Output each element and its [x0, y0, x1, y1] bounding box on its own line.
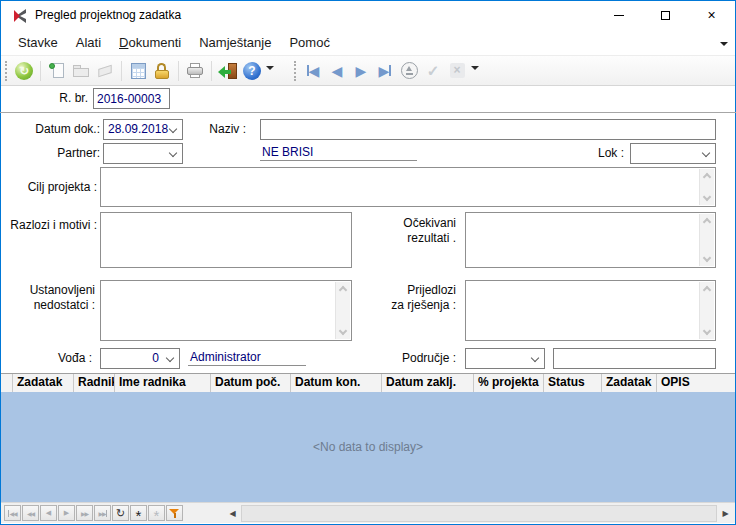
lock-button[interactable] — [150, 59, 174, 83]
column-header-radnik[interactable]: Radnik — [74, 374, 115, 392]
nav-next-icon: ▶ — [356, 63, 367, 79]
post-edit-button[interactable] — [397, 59, 421, 83]
nav-goto-bookmark-button[interactable]: * — [148, 505, 165, 521]
scroll-down-icon[interactable] — [703, 327, 711, 335]
exit-button[interactable] — [216, 59, 240, 83]
toolbar-separator — [211, 61, 212, 81]
scroll-down-icon[interactable] — [703, 254, 711, 262]
scroll-right-icon[interactable]: ▶ — [717, 505, 734, 522]
nav-filter-button[interactable] — [166, 505, 183, 521]
nav-next-button[interactable]: ▶ — [58, 505, 75, 521]
scroll-left-icon[interactable]: ◀ — [224, 505, 241, 522]
scrollbar[interactable] — [699, 214, 714, 266]
menu-namjestanje[interactable]: Namještanje — [190, 30, 280, 55]
cilj-textarea-box — [100, 167, 716, 207]
nav-prior-button[interactable]: ◀ — [40, 505, 57, 521]
chevron-down-icon[interactable] — [169, 149, 177, 157]
ocekivani-textarea[interactable] — [466, 213, 699, 267]
scroll-up-icon[interactable] — [703, 286, 711, 294]
minimize-button[interactable] — [596, 1, 642, 30]
nav-last-button[interactable]: ▶ — [373, 59, 397, 83]
nav-prior-icon: ◀ — [332, 63, 343, 79]
column-header-ime-radnika[interactable]: Ime radnika — [115, 374, 211, 392]
exit-door-icon — [218, 62, 238, 80]
menu-stavke[interactable]: Stavke — [9, 30, 67, 55]
refresh-icon: ↻ — [15, 62, 33, 80]
erase-button[interactable] — [93, 59, 117, 83]
nav-refresh-button[interactable]: ↻ — [112, 505, 129, 521]
scroll-down-icon[interactable] — [339, 327, 347, 335]
chevron-down-icon[interactable] — [166, 354, 174, 362]
vodja-combo[interactable]: 0 — [100, 348, 180, 369]
toolbar-dropdown-caret[interactable] — [266, 66, 274, 70]
grid-header: Zadatak Radnik Ime radnika Datum poč. Da… — [1, 373, 735, 392]
nav-prior-page-button[interactable]: ◀◀ — [22, 505, 39, 521]
podrucje-combo[interactable] — [465, 348, 545, 369]
print-button[interactable] — [183, 59, 207, 83]
nav-save-bookmark-button[interactable]: * — [130, 505, 147, 521]
nav-first-page-button[interactable]: ◀◀ — [4, 505, 21, 521]
column-header-status[interactable]: Status — [544, 374, 602, 392]
column-header-datum-poc[interactable]: Datum poč. — [211, 374, 291, 392]
horizontal-scrollbar[interactable]: ◀ ▶ — [224, 505, 735, 522]
scroll-up-icon[interactable] — [339, 286, 347, 294]
menu-overflow-caret[interactable] — [720, 42, 728, 46]
nav-first-button[interactable]: ◀ — [301, 59, 325, 83]
vodja-label: Vođa : — [12, 351, 92, 366]
toolbar-dropdown-caret[interactable] — [471, 66, 479, 70]
cilj-textarea[interactable] — [101, 168, 699, 206]
menu-pomoc[interactable]: Pomoć — [280, 30, 338, 55]
scrollbar[interactable] — [699, 169, 714, 205]
printer-icon — [186, 62, 204, 80]
column-header-pct-projekta[interactable]: % projekta — [474, 374, 544, 392]
menu-alati[interactable]: Alati — [67, 30, 110, 55]
column-header-datum-zaklj[interactable]: Datum zaklj. — [382, 374, 474, 392]
scrollbar[interactable] — [699, 282, 714, 339]
help-icon: ? — [243, 62, 261, 80]
nav-next-page-button[interactable]: ▶▶ — [76, 505, 93, 521]
new-document-button[interactable] — [45, 59, 69, 83]
scroll-down-icon[interactable] — [703, 193, 711, 201]
scrollbar[interactable] — [335, 282, 350, 339]
nav-prior-button[interactable]: ◀ — [325, 59, 349, 83]
nav-next-button[interactable]: ▶ — [349, 59, 373, 83]
nav-last-page-button[interactable]: ▶▶ — [94, 505, 111, 521]
scroll-up-icon[interactable] — [703, 173, 711, 181]
grid-body[interactable]: <No data to display> — [1, 392, 735, 502]
chevron-down-icon[interactable] — [702, 149, 710, 157]
cancel-button[interactable]: × — [445, 59, 469, 83]
toolbar-grip — [5, 61, 7, 81]
column-header-zadatak[interactable]: Zadatak — [13, 374, 74, 392]
cilj-label: Cilj projekta : — [0, 180, 97, 195]
help-button[interactable]: ? — [240, 59, 264, 83]
menu-dokumenti[interactable]: Dokumenti — [110, 30, 190, 55]
prijedlozi-textarea[interactable] — [466, 281, 699, 340]
window-title: Pregled projektnog zadatka — [35, 1, 181, 30]
ocekivani-label-line1: Očekivani — [366, 216, 456, 231]
razlozi-textarea[interactable] — [101, 213, 351, 267]
calculator-button[interactable] — [126, 59, 150, 83]
app-logo-icon[interactable] — [12, 8, 28, 24]
confirm-button[interactable]: ✓ — [421, 59, 445, 83]
scrollbar-thumb[interactable] — [241, 505, 717, 522]
prior-icon: ◀ — [46, 509, 51, 517]
folder-icon — [72, 62, 90, 80]
datum-dok-combo[interactable]: 28.09.2018 — [103, 119, 183, 140]
column-header-opis[interactable]: OPIS — [657, 374, 735, 392]
open-button[interactable] — [69, 59, 93, 83]
chevron-down-icon[interactable] — [169, 125, 177, 133]
refresh-button[interactable]: ↻ — [12, 59, 36, 83]
podrucje-input[interactable] — [553, 348, 716, 369]
lok-combo[interactable] — [630, 143, 716, 164]
scroll-up-icon[interactable] — [703, 218, 711, 226]
column-header-datum-kon[interactable]: Datum kon. — [291, 374, 382, 392]
naziv-input[interactable] — [260, 119, 716, 140]
close-button[interactable]: × — [688, 1, 735, 30]
nedostatci-textarea[interactable] — [101, 281, 335, 340]
filter-funnel-icon — [169, 508, 180, 519]
maximize-button[interactable] — [642, 1, 688, 30]
column-header-zadatak2[interactable]: Zadatak — [602, 374, 657, 392]
partner-combo[interactable] — [103, 143, 183, 164]
rbr-input[interactable] — [93, 88, 170, 109]
chevron-down-icon[interactable] — [531, 354, 539, 362]
